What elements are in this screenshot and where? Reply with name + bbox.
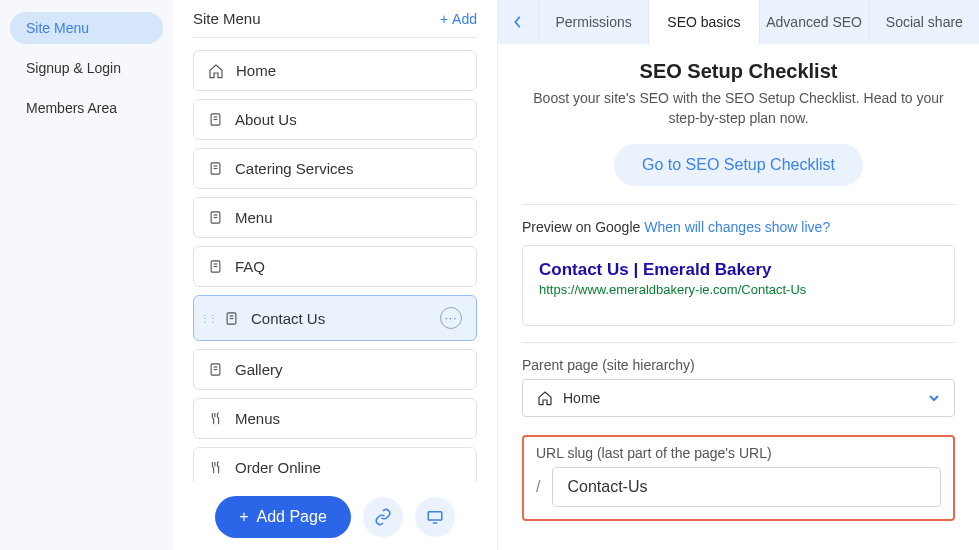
page-item-about-us[interactable]: About Us bbox=[193, 99, 477, 140]
changes-live-link[interactable]: When will changes show live? bbox=[644, 219, 830, 235]
checklist-subtitle: Boost your site's SEO with the SEO Setup… bbox=[522, 89, 955, 128]
page-icon bbox=[208, 362, 223, 377]
google-preview-box: Contact Us | Emerald Bakery https://www.… bbox=[522, 245, 955, 326]
tab-bar: Permissions SEO basics Advanced SEO Soci… bbox=[498, 0, 979, 44]
pages-title: Site Menu bbox=[193, 10, 261, 27]
plus-icon: + bbox=[239, 508, 248, 526]
slug-prefix: / bbox=[536, 478, 540, 496]
parent-page-value: Home bbox=[563, 390, 600, 406]
link-tool-button[interactable] bbox=[363, 497, 403, 537]
home-icon bbox=[208, 63, 224, 79]
go-to-checklist-button[interactable]: Go to SEO Setup Checklist bbox=[614, 144, 863, 186]
page-icon bbox=[208, 210, 223, 225]
back-button[interactable] bbox=[498, 0, 538, 44]
svg-rect-18 bbox=[428, 512, 442, 520]
page-item-faq[interactable]: FAQ bbox=[193, 246, 477, 287]
parent-page-label: Parent page (site hierarchy) bbox=[522, 357, 955, 373]
url-slug-row: / bbox=[536, 467, 941, 507]
add-page-button[interactable]: + Add Page bbox=[215, 496, 351, 538]
pages-header: Site Menu + Add bbox=[193, 10, 477, 38]
page-icon bbox=[224, 311, 239, 326]
page-item-home[interactable]: Home bbox=[193, 50, 477, 91]
divider bbox=[522, 342, 955, 343]
page-item-gallery[interactable]: Gallery bbox=[193, 349, 477, 390]
add-page-label: Add Page bbox=[257, 508, 327, 526]
page-item-order-online[interactable]: Order Online bbox=[193, 447, 477, 482]
page-icon bbox=[208, 161, 223, 176]
sidebar-item-site-menu[interactable]: Site Menu bbox=[10, 12, 163, 44]
page-item-menus[interactable]: Menus bbox=[193, 398, 477, 439]
seo-panel: Permissions SEO basics Advanced SEO Soci… bbox=[498, 0, 979, 550]
more-options-button[interactable]: ··· bbox=[440, 307, 462, 329]
checklist-title: SEO Setup Checklist bbox=[522, 60, 955, 83]
page-label: About Us bbox=[235, 111, 297, 128]
page-label: FAQ bbox=[235, 258, 265, 275]
left-sidebar: Site Menu Signup & Login Members Area bbox=[0, 0, 173, 550]
tab-social-share[interactable]: Social share bbox=[869, 0, 979, 44]
chevron-down-icon bbox=[928, 393, 940, 403]
page-label: Home bbox=[236, 62, 276, 79]
plus-icon: + bbox=[440, 11, 448, 27]
url-slug-section: URL slug (last part of the page's URL) / bbox=[522, 435, 955, 521]
bottom-toolbar: + Add Page bbox=[193, 482, 477, 550]
home-icon bbox=[537, 390, 553, 406]
page-list: Home About Us Catering Services Menu FAQ bbox=[193, 50, 477, 482]
drag-handle-icon[interactable]: ⋮⋮ bbox=[200, 313, 216, 324]
page-icon bbox=[208, 259, 223, 274]
page-icon bbox=[208, 112, 223, 127]
url-slug-label: URL slug (last part of the page's URL) bbox=[536, 445, 941, 461]
add-label: Add bbox=[452, 11, 477, 27]
preview-title: Contact Us | Emerald Bakery bbox=[539, 260, 938, 280]
url-slug-input[interactable] bbox=[552, 467, 941, 507]
restaurant-icon bbox=[208, 460, 223, 475]
pages-panel: Site Menu + Add Home About Us Catering S… bbox=[173, 0, 498, 550]
add-menu-item-button[interactable]: + Add bbox=[440, 11, 477, 27]
page-item-contact-us[interactable]: ⋮⋮ Contact Us ··· bbox=[193, 295, 477, 341]
page-label: Contact Us bbox=[251, 310, 325, 327]
page-label: Menu bbox=[235, 209, 273, 226]
parent-page-select[interactable]: Home bbox=[522, 379, 955, 417]
page-label: Menus bbox=[235, 410, 280, 427]
page-label: Catering Services bbox=[235, 160, 353, 177]
tab-permissions[interactable]: Permissions bbox=[538, 0, 648, 44]
preview-url: https://www.emeraldbakery-ie.com/Contact… bbox=[539, 282, 938, 297]
page-item-catering[interactable]: Catering Services bbox=[193, 148, 477, 189]
divider bbox=[522, 204, 955, 205]
display-tool-button[interactable] bbox=[415, 497, 455, 537]
page-label: Order Online bbox=[235, 459, 321, 476]
page-item-menu[interactable]: Menu bbox=[193, 197, 477, 238]
preview-label: Preview on Google bbox=[522, 219, 640, 235]
preview-label-row: Preview on Google When will changes show… bbox=[522, 219, 955, 235]
page-label: Gallery bbox=[235, 361, 283, 378]
sidebar-item-members-area[interactable]: Members Area bbox=[10, 92, 163, 124]
tab-seo-basics[interactable]: SEO basics bbox=[648, 0, 758, 44]
restaurant-icon bbox=[208, 411, 223, 426]
tab-advanced-seo[interactable]: Advanced SEO bbox=[759, 0, 869, 44]
seo-body: SEO Setup Checklist Boost your site's SE… bbox=[498, 44, 979, 550]
sidebar-item-signup-login[interactable]: Signup & Login bbox=[10, 52, 163, 84]
